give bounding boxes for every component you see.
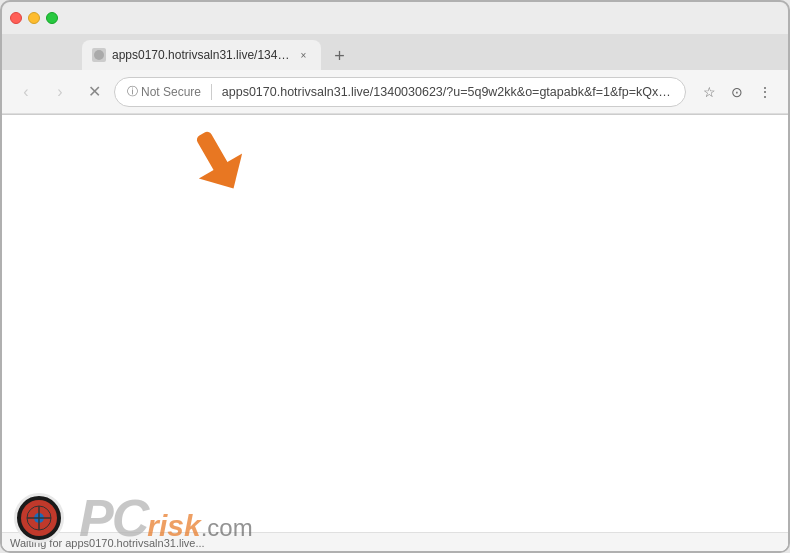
maximize-button[interactable] — [46, 12, 58, 24]
active-tab[interactable]: apps0170.hotrivsaln31.live/134… × — [82, 40, 321, 70]
not-secure-indicator[interactable]: ⓘ Not Secure — [127, 84, 201, 99]
title-bar — [2, 2, 788, 34]
risk-text: risk — [147, 509, 200, 543]
toolbar-right: ☆ ⊙ ⋮ — [696, 79, 778, 105]
reload-button[interactable]: ✕ — [80, 78, 108, 106]
account-button[interactable]: ⊙ — [724, 79, 750, 105]
annotation-arrow — [187, 125, 247, 199]
pc-text: PC — [79, 492, 147, 544]
tab-close-button[interactable]: × — [295, 47, 311, 63]
back-button[interactable]: ‹ — [12, 78, 40, 106]
close-button[interactable] — [10, 12, 22, 24]
tab-favicon — [92, 48, 106, 62]
tab-bar: apps0170.hotrivsaln31.live/134… × + — [2, 34, 788, 70]
pcrisk-icon — [14, 493, 64, 543]
not-secure-label: Not Secure — [141, 85, 201, 99]
traffic-lights — [10, 12, 58, 24]
menu-button[interactable]: ⋮ — [752, 79, 778, 105]
forward-button[interactable]: › — [46, 78, 74, 106]
bookmark-button[interactable]: ☆ — [696, 79, 722, 105]
omnibox[interactable]: ⓘ Not Secure apps0170.hotrivsaln31.live/… — [114, 77, 686, 107]
address-bar: ‹ › ✕ ⓘ Not Secure apps0170.hotrivsaln31… — [2, 70, 788, 114]
dotcom-text: .com — [201, 514, 253, 542]
new-tab-button[interactable]: + — [325, 42, 353, 70]
svg-point-0 — [94, 50, 104, 60]
tab-title: apps0170.hotrivsaln31.live/134… — [112, 48, 289, 62]
minimize-button[interactable] — [28, 12, 40, 24]
browser-content: PC risk .com Waiting for apps0170.hotriv… — [2, 115, 788, 552]
watermark-logo — [14, 493, 69, 543]
omnibox-separator — [211, 84, 212, 100]
insecure-lock-icon: ⓘ — [127, 84, 138, 99]
watermark-text: PC risk .com — [79, 492, 253, 544]
watermark: PC risk .com — [2, 484, 265, 552]
pcrisk-icon-inner — [21, 500, 57, 536]
url-display: apps0170.hotrivsaln31.live/1340030623/?u… — [222, 85, 673, 99]
